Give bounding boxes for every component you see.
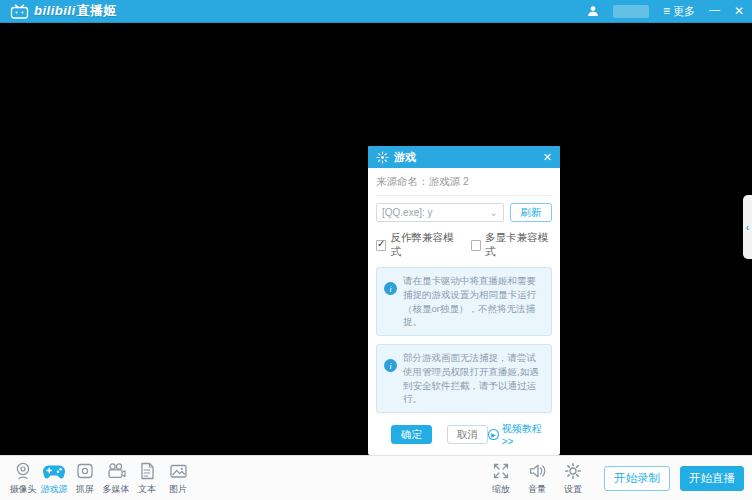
app-window: bilibili直播姬 ≡ 更多 — ✕ ‹ [0,0,752,500]
dialog-title: 游戏 [394,150,416,165]
tool-settings[interactable]: 设置 [558,461,588,496]
process-dropdown[interactable]: [QQ.exe]: y ⌄ [376,203,504,222]
source-name-value: 游戏源 2 [429,175,469,187]
checkbox-checked-icon: ✓ [376,240,386,251]
chevron-left-icon: ‹ [746,222,749,233]
anticheat-checkbox-label: 反作弊兼容模式 [390,231,457,259]
preview-canvas: ‹ 游戏 ✕ 来源命名：游戏源 2 [QQ.exe]: y ⌄ 刷新 [0,23,752,455]
ok-button[interactable]: 确定 [391,425,432,444]
source-item-camera[interactable]: 摄像头 [8,461,38,496]
anticheat-checkbox[interactable]: ✓ 反作弊兼容模式 [376,231,458,259]
minimize-button[interactable]: — [709,6,720,17]
source-item-text[interactable]: 文本 [132,461,162,496]
info-icon: i [384,282,397,295]
chevron-down-icon: ⌄ [490,210,498,216]
app-logo: bilibili直播姬 [10,2,117,20]
side-panel-toggle[interactable]: ‹ [743,195,752,259]
dialog-header: 游戏 ✕ [368,146,560,168]
video-camera-icon [105,461,127,481]
info-note-gpu: i 请在显卡驱动中将直播姬和需要捕捉的游戏设置为相同显卡运行（核显or独显），不… [376,267,552,336]
info-icon: i [384,359,397,372]
screen-capture-icon [75,461,95,481]
app-title: bilibili直播姬 [34,2,117,20]
close-button[interactable]: ✕ [734,5,744,17]
start-stream-button[interactable]: 开始直播 [680,466,744,491]
more-menu-button[interactable]: ≡ 更多 [663,5,695,17]
source-item-image[interactable]: 图片 [163,461,193,496]
menu-icon: ≡ [663,5,670,17]
multigpu-checkbox[interactable]: ✓ 多显卡兼容模式 [471,231,553,259]
dialog-close-icon[interactable]: ✕ [543,152,552,163]
info-note-admin-text: 部分游戏画面无法捕捉，请尝试使用管理员权限打开直播姬,如遇到安全软件拦截，请予以… [403,351,544,406]
process-dropdown-value: [QQ.exe]: y [382,207,433,218]
info-note-gpu-text: 请在显卡驱动中将直播姬和需要捕捉的游戏设置为相同显卡运行（核显or独显），不然将… [403,274,544,329]
text-document-icon [137,461,157,481]
source-item-screen[interactable]: 抓屏 [70,461,100,496]
tv-logo-icon [10,4,29,19]
gear-icon [563,461,583,481]
username-placeholder[interactable] [613,5,649,18]
source-item-game[interactable]: 游戏源 [39,461,69,496]
tool-scale[interactable]: 缩放 [486,461,516,496]
volume-icon [527,461,548,481]
image-icon [168,461,189,481]
minimize-icon: — [709,4,720,15]
cancel-button[interactable]: 取消 [447,425,488,444]
close-icon: ✕ [734,5,744,17]
source-name-label: 来源命名： [376,175,429,187]
tool-volume[interactable]: 音量 [522,461,552,496]
refresh-button[interactable]: 刷新 [510,203,552,222]
game-source-dialog: 游戏 ✕ 来源命名：游戏源 2 [QQ.exe]: y ⌄ 刷新 ✓ 反作弊兼容… [368,146,560,455]
titlebar: bilibili直播姬 ≡ 更多 — ✕ [0,0,752,23]
video-tutorial-link[interactable]: ▶ 视频教程>> [488,422,552,447]
info-note-admin: i 部分游戏画面无法捕捉，请尝试使用管理员权限打开直播姬,如遇到安全软件拦截，请… [376,344,552,413]
scale-arrows-icon [491,461,511,481]
sparkle-icon [376,151,389,164]
source-name-row: 来源命名：游戏源 2 [376,175,552,196]
bottom-toolbar: 摄像头 游戏源 抓屏 [0,455,752,500]
checkbox-unchecked-icon: ✓ [471,240,481,251]
gamepad-icon [42,461,66,481]
user-icon[interactable] [587,5,599,17]
play-circle-icon: ▶ [488,429,499,440]
source-item-media[interactable]: 多媒体 [101,461,131,496]
start-record-button[interactable]: 开始录制 [604,466,670,491]
multigpu-checkbox-label: 多显卡兼容模式 [485,231,552,259]
webcam-icon [12,461,34,481]
